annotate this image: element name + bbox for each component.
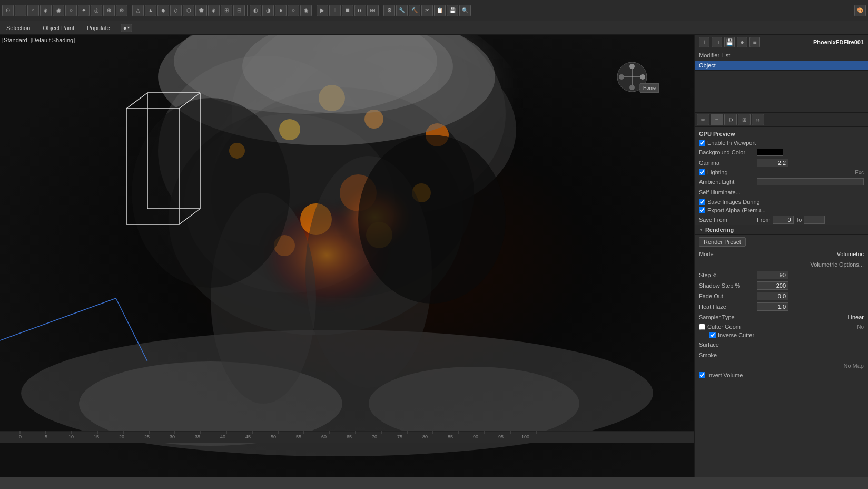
hammer-icon[interactable]: 🔨 <box>409 5 420 16</box>
toolbar-icon-23[interactable]: ○ <box>288 5 299 16</box>
step-pct-label: Step % <box>699 272 757 278</box>
viewport-label: [Standard] [Default Shading] <box>2 37 75 43</box>
background-color-picker[interactable] <box>757 149 783 156</box>
self-illuminate-row: Self-Illuminate... <box>695 187 868 198</box>
export-alpha-row: Export Alpha (Premu... <box>695 206 868 214</box>
toolbar-icon-24[interactable]: ◉ <box>300 5 312 16</box>
panel-menu-btn[interactable]: ≡ <box>749 37 760 47</box>
tab-modifier[interactable]: ≡ <box>711 114 723 125</box>
shadow-step-pct-row: Shadow Step % <box>695 280 868 291</box>
toolbar-icon-16[interactable]: ⬟ <box>195 5 207 16</box>
clipboard-icon[interactable]: 📋 <box>434 5 446 16</box>
render-preset-btn[interactable]: Render Preset <box>699 237 746 247</box>
cutter-geom-checkbox[interactable] <box>699 324 705 330</box>
ambient-light-row: Ambient Light <box>695 177 868 187</box>
svg-text:70: 70 <box>372 434 377 439</box>
object-paint-btn[interactable]: Object Paint <box>41 24 76 32</box>
save-from-input[interactable] <box>773 216 794 224</box>
ambient-light-control[interactable] <box>757 178 864 185</box>
lighting-label: Lighting <box>707 169 728 175</box>
invert-volume-checkbox[interactable] <box>699 372 705 378</box>
toolbar-icon-9[interactable]: ⊕ <box>103 5 115 16</box>
toolbar-icon-13[interactable]: ◆ <box>157 5 169 16</box>
rendering-section-title: Rendering <box>705 227 734 233</box>
toolbar-icon-20[interactable]: ◐ <box>250 5 261 16</box>
viewport[interactable]: [Standard] [Default Shading] <box>0 35 694 477</box>
render-icon[interactable]: 🎨 <box>854 5 866 16</box>
heat-haze-input[interactable] <box>757 302 788 311</box>
sampler-type-row: Sampler Type Linear <box>695 312 868 322</box>
save-icon[interactable]: 💾 <box>447 5 458 16</box>
toolbar-icon-18[interactable]: ⊞ <box>221 5 232 16</box>
toolbar-icon-2[interactable]: □ <box>15 5 26 16</box>
modifier-list-label: Modifier List <box>695 50 868 61</box>
invert-volume-label: Invert Volume <box>707 372 743 378</box>
svg-text:20: 20 <box>119 434 124 439</box>
from-label: From <box>757 217 771 223</box>
no-map-label: No Map <box>699 363 864 369</box>
tab-display[interactable]: ≋ <box>752 114 764 125</box>
lighting-checkbox[interactable] <box>699 169 705 175</box>
mode-value: Volumetric <box>757 251 864 257</box>
svg-text:90: 90 <box>473 434 478 439</box>
export-alpha-checkbox[interactable] <box>699 207 705 213</box>
gamma-label: Gamma <box>699 160 757 166</box>
toolbar-icon-8[interactable]: ◎ <box>91 5 102 16</box>
gpu-preview-section-title: GPU Preview <box>695 129 868 139</box>
populate-btn[interactable]: Populate <box>85 24 112 32</box>
toolbar-icon-19[interactable]: ⊟ <box>233 5 245 16</box>
stop-button[interactable]: ⏹ <box>342 5 353 16</box>
next-frame-button[interactable]: ⏭ <box>354 5 366 16</box>
volumetric-options-btn[interactable]: Volumetric Options... <box>699 261 864 268</box>
tab-hierarchy[interactable]: ⚙ <box>724 114 737 125</box>
wrench-icon[interactable]: 🔧 <box>396 5 408 16</box>
gamma-input[interactable] <box>757 159 788 167</box>
tab-motion[interactable]: ⊞ <box>738 114 751 125</box>
toolbar-icon-22[interactable]: ● <box>275 5 287 16</box>
fade-out-input[interactable] <box>757 292 788 300</box>
search-icon[interactable]: 🔍 <box>459 5 471 16</box>
settings-icon[interactable]: ⚙ <box>383 5 395 16</box>
panel-add-btn[interactable]: + <box>699 37 709 47</box>
prev-frame-button[interactable]: ⏮ <box>367 5 379 16</box>
pause-button[interactable]: ⏸ <box>329 5 341 16</box>
step-pct-input[interactable] <box>757 271 788 279</box>
toolbar-icon-1[interactable]: ⊙ <box>2 5 14 16</box>
gamma-row: Gamma <box>695 158 868 168</box>
dropdown-btn[interactable]: ● ▾ <box>121 24 133 32</box>
background-color-label: Background Color <box>699 149 757 155</box>
panel-window-btn[interactable]: □ <box>712 37 722 47</box>
toolbar-icon-12[interactable]: ▲ <box>145 5 156 16</box>
panel-save-btn[interactable]: 💾 <box>724 37 735 47</box>
shadow-step-pct-input[interactable] <box>757 281 788 290</box>
toolbar-icon-5[interactable]: ◉ <box>53 5 64 16</box>
save-to-input[interactable] <box>804 216 825 224</box>
to-label: To <box>796 217 802 223</box>
toolbar-icon-10[interactable]: ⊗ <box>116 5 127 16</box>
toolbar-icon-11[interactable]: △ <box>132 5 144 16</box>
toolbar-icon-17[interactable]: ◈ <box>208 5 220 16</box>
modifier-object[interactable]: Object <box>695 61 868 70</box>
toolbar-icon-3[interactable]: ⌂ <box>27 5 39 16</box>
panel-circle-btn[interactable]: ● <box>737 37 747 47</box>
toolbar-icon-14[interactable]: ◇ <box>170 5 182 16</box>
rendering-section-header[interactable]: ▼ Rendering <box>695 225 868 235</box>
svg-text:80: 80 <box>422 434 428 439</box>
tab-edit[interactable]: ✏ <box>697 114 709 125</box>
enable-viewport-label: Enable In Viewport <box>707 140 756 146</box>
toolbar-icon-21[interactable]: ◑ <box>262 5 274 16</box>
inverse-cutter-checkbox[interactable] <box>709 332 716 338</box>
svg-text:100: 100 <box>521 434 529 439</box>
toolbar-icon-6[interactable]: ○ <box>65 5 77 16</box>
toolbar-icon-4[interactable]: ◈ <box>40 5 52 16</box>
play-button[interactable]: ▶ <box>317 5 328 16</box>
svg-point-45 <box>640 74 645 80</box>
toolbar-icon-7[interactable]: ✦ <box>78 5 90 16</box>
toolbar-icon-15[interactable]: ⬡ <box>183 5 194 16</box>
enable-viewport-checkbox[interactable] <box>699 140 705 146</box>
selection-btn[interactable]: Selection <box>4 24 32 32</box>
svg-point-44 <box>629 64 635 69</box>
svg-text:0: 0 <box>19 434 22 439</box>
save-images-checkbox[interactable] <box>699 199 705 205</box>
scissors-icon[interactable]: ✂ <box>421 5 433 16</box>
